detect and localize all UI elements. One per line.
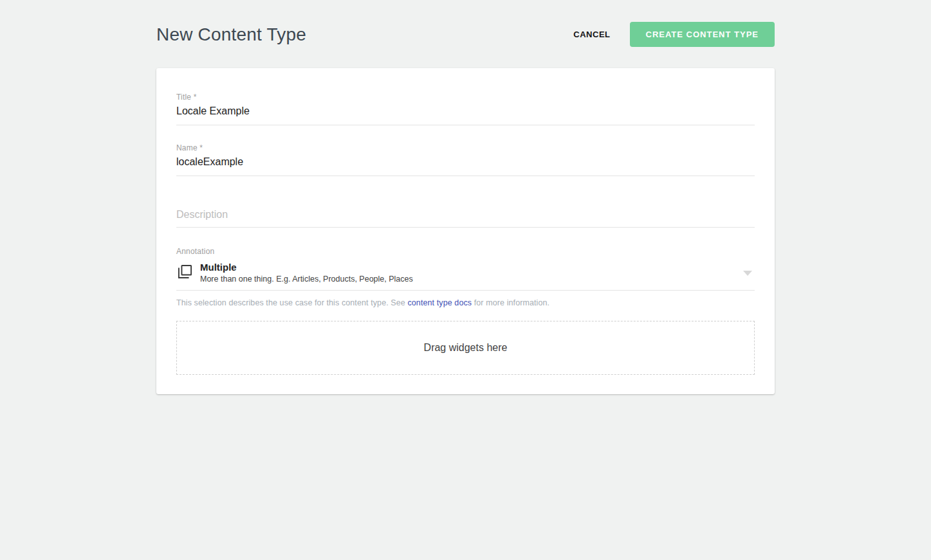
header-actions: CANCEL CREATE CONTENT TYPE	[564, 22, 775, 47]
helper-text-after: for more information.	[472, 298, 549, 307]
create-content-type-button[interactable]: CREATE CONTENT TYPE	[630, 22, 775, 47]
dropzone-text: Drag widgets here	[424, 342, 508, 354]
content-type-docs-link[interactable]: content type docs	[407, 298, 472, 307]
helper-text: This selection describes the use case fo…	[176, 298, 755, 307]
title-field-label: Title *	[176, 93, 755, 102]
name-field-label: Name *	[176, 143, 755, 152]
annotation-label: Annotation	[176, 247, 755, 256]
helper-text-before: This selection describes the use case fo…	[176, 298, 407, 307]
title-input[interactable]	[176, 105, 755, 125]
description-input[interactable]	[176, 209, 755, 228]
page-title: New Content Type	[156, 24, 306, 45]
annotation-select[interactable]: Multiple More than one thing. E.g. Artic…	[176, 262, 755, 291]
stacked-copies-icon	[176, 262, 194, 281]
page-header: New Content Type CANCEL CREATE CONTENT T…	[156, 22, 775, 47]
annotation-option-subtitle: More than one thing. E.g. Articles, Prod…	[200, 274, 755, 285]
annotation-option-title: Multiple	[200, 262, 755, 273]
cancel-button[interactable]: CANCEL	[564, 23, 619, 46]
description-field	[176, 209, 755, 228]
name-field: Name *	[176, 143, 755, 176]
annotation-field: Annotation Multiple More than one thing.…	[176, 247, 755, 291]
page-container: New Content Type CANCEL CREATE CONTENT T…	[156, 0, 775, 394]
drag-widgets-dropzone[interactable]: Drag widgets here	[176, 321, 755, 375]
chevron-down-icon	[743, 271, 752, 276]
content-type-form-card: Title * Name * Annotation Multiple More …	[156, 68, 775, 394]
name-input[interactable]	[176, 156, 755, 176]
title-field: Title *	[176, 93, 755, 125]
annotation-option-texts: Multiple More than one thing. E.g. Artic…	[200, 262, 755, 285]
